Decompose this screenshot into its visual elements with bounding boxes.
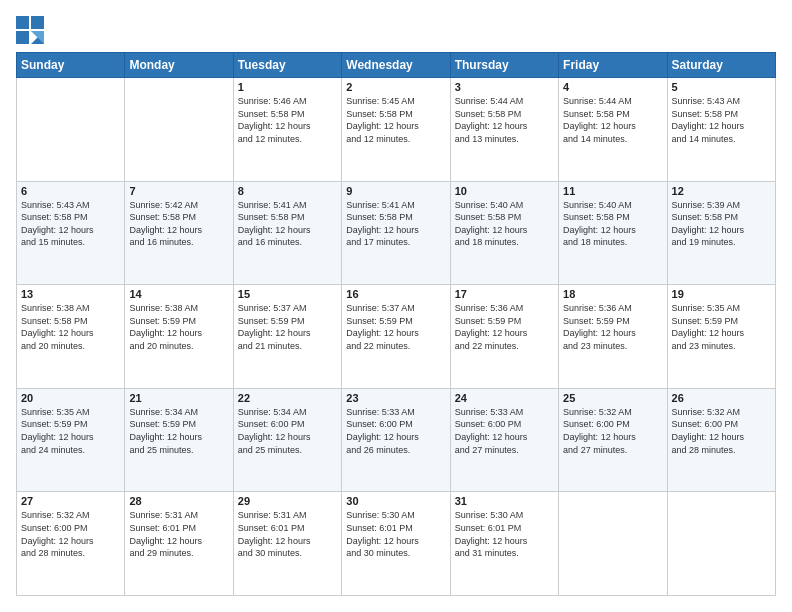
day-number: 15 bbox=[238, 288, 337, 300]
day-info: Sunrise: 5:33 AM Sunset: 6:00 PM Dayligh… bbox=[455, 406, 554, 456]
day-info: Sunrise: 5:38 AM Sunset: 5:59 PM Dayligh… bbox=[129, 302, 228, 352]
day-info: Sunrise: 5:36 AM Sunset: 5:59 PM Dayligh… bbox=[563, 302, 662, 352]
day-number: 10 bbox=[455, 185, 554, 197]
day-number: 21 bbox=[129, 392, 228, 404]
day-info: Sunrise: 5:43 AM Sunset: 5:58 PM Dayligh… bbox=[21, 199, 120, 249]
day-info: Sunrise: 5:34 AM Sunset: 6:00 PM Dayligh… bbox=[238, 406, 337, 456]
calendar-cell: 4Sunrise: 5:44 AM Sunset: 5:58 PM Daylig… bbox=[559, 78, 667, 182]
calendar-cell: 17Sunrise: 5:36 AM Sunset: 5:59 PM Dayli… bbox=[450, 285, 558, 389]
calendar-cell: 21Sunrise: 5:34 AM Sunset: 5:59 PM Dayli… bbox=[125, 388, 233, 492]
calendar-day-header: Sunday bbox=[17, 53, 125, 78]
day-number: 4 bbox=[563, 81, 662, 93]
calendar-cell: 20Sunrise: 5:35 AM Sunset: 5:59 PM Dayli… bbox=[17, 388, 125, 492]
calendar-cell: 30Sunrise: 5:30 AM Sunset: 6:01 PM Dayli… bbox=[342, 492, 450, 596]
calendar-table: SundayMondayTuesdayWednesdayThursdayFrid… bbox=[16, 52, 776, 596]
day-number: 12 bbox=[672, 185, 771, 197]
calendar-cell: 6Sunrise: 5:43 AM Sunset: 5:58 PM Daylig… bbox=[17, 181, 125, 285]
day-number: 31 bbox=[455, 495, 554, 507]
calendar-cell: 19Sunrise: 5:35 AM Sunset: 5:59 PM Dayli… bbox=[667, 285, 775, 389]
calendar-cell bbox=[559, 492, 667, 596]
calendar-cell: 5Sunrise: 5:43 AM Sunset: 5:58 PM Daylig… bbox=[667, 78, 775, 182]
calendar-day-header: Saturday bbox=[667, 53, 775, 78]
day-number: 7 bbox=[129, 185, 228, 197]
calendar-cell: 2Sunrise: 5:45 AM Sunset: 5:58 PM Daylig… bbox=[342, 78, 450, 182]
day-number: 6 bbox=[21, 185, 120, 197]
day-number: 5 bbox=[672, 81, 771, 93]
day-info: Sunrise: 5:32 AM Sunset: 6:00 PM Dayligh… bbox=[563, 406, 662, 456]
calendar-day-header: Friday bbox=[559, 53, 667, 78]
day-number: 25 bbox=[563, 392, 662, 404]
calendar-cell: 14Sunrise: 5:38 AM Sunset: 5:59 PM Dayli… bbox=[125, 285, 233, 389]
day-number: 1 bbox=[238, 81, 337, 93]
day-info: Sunrise: 5:30 AM Sunset: 6:01 PM Dayligh… bbox=[346, 509, 445, 559]
calendar-week-row: 13Sunrise: 5:38 AM Sunset: 5:58 PM Dayli… bbox=[17, 285, 776, 389]
day-info: Sunrise: 5:34 AM Sunset: 5:59 PM Dayligh… bbox=[129, 406, 228, 456]
day-number: 29 bbox=[238, 495, 337, 507]
svg-rect-2 bbox=[16, 31, 29, 44]
calendar-week-row: 27Sunrise: 5:32 AM Sunset: 6:00 PM Dayli… bbox=[17, 492, 776, 596]
day-number: 17 bbox=[455, 288, 554, 300]
calendar-cell: 9Sunrise: 5:41 AM Sunset: 5:58 PM Daylig… bbox=[342, 181, 450, 285]
day-number: 13 bbox=[21, 288, 120, 300]
calendar-cell: 26Sunrise: 5:32 AM Sunset: 6:00 PM Dayli… bbox=[667, 388, 775, 492]
day-info: Sunrise: 5:38 AM Sunset: 5:58 PM Dayligh… bbox=[21, 302, 120, 352]
logo-icon bbox=[16, 16, 44, 44]
calendar-day-header: Wednesday bbox=[342, 53, 450, 78]
calendar-day-header: Tuesday bbox=[233, 53, 341, 78]
calendar-cell bbox=[667, 492, 775, 596]
calendar-cell: 27Sunrise: 5:32 AM Sunset: 6:00 PM Dayli… bbox=[17, 492, 125, 596]
day-info: Sunrise: 5:31 AM Sunset: 6:01 PM Dayligh… bbox=[129, 509, 228, 559]
day-info: Sunrise: 5:44 AM Sunset: 5:58 PM Dayligh… bbox=[455, 95, 554, 145]
calendar-cell: 8Sunrise: 5:41 AM Sunset: 5:58 PM Daylig… bbox=[233, 181, 341, 285]
calendar-cell: 11Sunrise: 5:40 AM Sunset: 5:58 PM Dayli… bbox=[559, 181, 667, 285]
day-number: 27 bbox=[21, 495, 120, 507]
day-number: 14 bbox=[129, 288, 228, 300]
calendar-cell bbox=[17, 78, 125, 182]
calendar-cell: 28Sunrise: 5:31 AM Sunset: 6:01 PM Dayli… bbox=[125, 492, 233, 596]
day-number: 28 bbox=[129, 495, 228, 507]
day-info: Sunrise: 5:46 AM Sunset: 5:58 PM Dayligh… bbox=[238, 95, 337, 145]
day-number: 30 bbox=[346, 495, 445, 507]
page: SundayMondayTuesdayWednesdayThursdayFrid… bbox=[0, 0, 792, 612]
calendar-cell: 23Sunrise: 5:33 AM Sunset: 6:00 PM Dayli… bbox=[342, 388, 450, 492]
day-info: Sunrise: 5:40 AM Sunset: 5:58 PM Dayligh… bbox=[455, 199, 554, 249]
calendar-cell: 29Sunrise: 5:31 AM Sunset: 6:01 PM Dayli… bbox=[233, 492, 341, 596]
day-info: Sunrise: 5:35 AM Sunset: 5:59 PM Dayligh… bbox=[21, 406, 120, 456]
day-info: Sunrise: 5:31 AM Sunset: 6:01 PM Dayligh… bbox=[238, 509, 337, 559]
calendar-cell: 25Sunrise: 5:32 AM Sunset: 6:00 PM Dayli… bbox=[559, 388, 667, 492]
day-number: 11 bbox=[563, 185, 662, 197]
calendar-cell: 12Sunrise: 5:39 AM Sunset: 5:58 PM Dayli… bbox=[667, 181, 775, 285]
calendar-cell bbox=[125, 78, 233, 182]
calendar-cell: 7Sunrise: 5:42 AM Sunset: 5:58 PM Daylig… bbox=[125, 181, 233, 285]
day-number: 2 bbox=[346, 81, 445, 93]
calendar-day-header: Monday bbox=[125, 53, 233, 78]
calendar-cell: 16Sunrise: 5:37 AM Sunset: 5:59 PM Dayli… bbox=[342, 285, 450, 389]
day-info: Sunrise: 5:32 AM Sunset: 6:00 PM Dayligh… bbox=[672, 406, 771, 456]
day-number: 16 bbox=[346, 288, 445, 300]
day-info: Sunrise: 5:43 AM Sunset: 5:58 PM Dayligh… bbox=[672, 95, 771, 145]
day-info: Sunrise: 5:30 AM Sunset: 6:01 PM Dayligh… bbox=[455, 509, 554, 559]
day-info: Sunrise: 5:41 AM Sunset: 5:58 PM Dayligh… bbox=[346, 199, 445, 249]
calendar-cell: 13Sunrise: 5:38 AM Sunset: 5:58 PM Dayli… bbox=[17, 285, 125, 389]
day-info: Sunrise: 5:45 AM Sunset: 5:58 PM Dayligh… bbox=[346, 95, 445, 145]
calendar-cell: 31Sunrise: 5:30 AM Sunset: 6:01 PM Dayli… bbox=[450, 492, 558, 596]
day-info: Sunrise: 5:44 AM Sunset: 5:58 PM Dayligh… bbox=[563, 95, 662, 145]
calendar-cell: 3Sunrise: 5:44 AM Sunset: 5:58 PM Daylig… bbox=[450, 78, 558, 182]
day-info: Sunrise: 5:37 AM Sunset: 5:59 PM Dayligh… bbox=[346, 302, 445, 352]
day-info: Sunrise: 5:37 AM Sunset: 5:59 PM Dayligh… bbox=[238, 302, 337, 352]
day-number: 24 bbox=[455, 392, 554, 404]
day-info: Sunrise: 5:35 AM Sunset: 5:59 PM Dayligh… bbox=[672, 302, 771, 352]
calendar-cell: 18Sunrise: 5:36 AM Sunset: 5:59 PM Dayli… bbox=[559, 285, 667, 389]
day-number: 9 bbox=[346, 185, 445, 197]
calendar-cell: 1Sunrise: 5:46 AM Sunset: 5:58 PM Daylig… bbox=[233, 78, 341, 182]
calendar-cell: 24Sunrise: 5:33 AM Sunset: 6:00 PM Dayli… bbox=[450, 388, 558, 492]
day-info: Sunrise: 5:33 AM Sunset: 6:00 PM Dayligh… bbox=[346, 406, 445, 456]
day-info: Sunrise: 5:42 AM Sunset: 5:58 PM Dayligh… bbox=[129, 199, 228, 249]
day-info: Sunrise: 5:32 AM Sunset: 6:00 PM Dayligh… bbox=[21, 509, 120, 559]
calendar-cell: 22Sunrise: 5:34 AM Sunset: 6:00 PM Dayli… bbox=[233, 388, 341, 492]
calendar-week-row: 6Sunrise: 5:43 AM Sunset: 5:58 PM Daylig… bbox=[17, 181, 776, 285]
day-info: Sunrise: 5:41 AM Sunset: 5:58 PM Dayligh… bbox=[238, 199, 337, 249]
calendar-cell: 10Sunrise: 5:40 AM Sunset: 5:58 PM Dayli… bbox=[450, 181, 558, 285]
logo bbox=[16, 16, 48, 44]
day-number: 23 bbox=[346, 392, 445, 404]
